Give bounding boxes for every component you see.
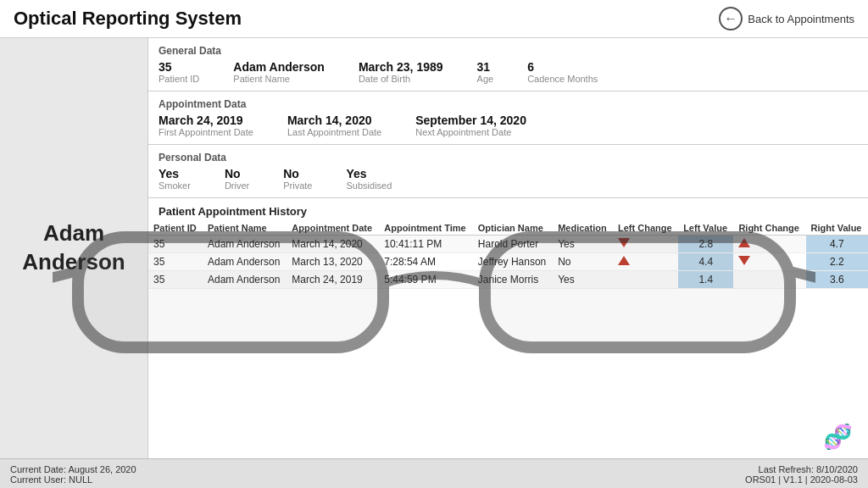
current-user-label: Current User: NULL xyxy=(10,474,136,485)
appointment-data-title: Appointment Data xyxy=(159,98,858,110)
col-patient-id: Patient ID xyxy=(148,221,203,236)
up-arrow-icon xyxy=(618,256,630,265)
cell-right-value: 4.7 xyxy=(806,236,868,253)
dob-label: Date of Birth xyxy=(359,74,443,84)
cell-appointment-date: March 24, 2019 xyxy=(287,271,379,289)
cell-right-value: 3.6 xyxy=(806,271,868,289)
personal-data-row: Yes Smoker No Driver No Private Yes Subs… xyxy=(159,167,858,191)
last-refresh-label: Last Refresh: 8/10/2020 xyxy=(745,464,858,474)
down-arrow-icon xyxy=(618,238,630,247)
cell-appointment-date: March 14, 2020 xyxy=(287,236,379,253)
footer-right: Last Refresh: 8/10/2020 ORS01 | V1.1 | 2… xyxy=(745,464,858,485)
patient-name-display: AdamAnderson xyxy=(22,219,125,277)
history-table-body: 35Adam AndersonMarch 14, 202010:41:11 PM… xyxy=(148,236,868,289)
cell-left-value: 1.4 xyxy=(678,271,733,289)
private-value: No xyxy=(283,167,312,180)
main-content: AdamAnderson General Data 35 Patient ID … xyxy=(0,38,868,458)
down-arrow-icon xyxy=(738,256,750,265)
footer-left: Current Date: August 26, 2020 Current Us… xyxy=(10,464,136,485)
back-button-label: Back to Appointments xyxy=(748,13,854,25)
driver-field: No Driver xyxy=(225,167,249,191)
subsidised-field: Yes Subsidised xyxy=(347,167,392,191)
cell-right-change xyxy=(733,271,805,289)
age-value: 31 xyxy=(477,60,494,74)
cadence-value: 6 xyxy=(527,60,598,74)
cell-appointment-time: 7:28:54 AM xyxy=(379,253,473,271)
smoker-field: Yes Smoker xyxy=(159,167,191,191)
table-row: 35Adam AndersonMarch 13, 20207:28:54 AMJ… xyxy=(148,253,868,271)
app-title: Optical Reporting System xyxy=(14,8,242,30)
cell-appointment-time: 5:44:59 PM xyxy=(379,271,473,289)
cell-patient-id: 35 xyxy=(148,271,203,289)
general-data-section: General Data 35 Patient ID Adam Anderson… xyxy=(148,38,868,92)
smoker-label: Smoker xyxy=(159,180,191,191)
cell-optician-name: Harold Porter xyxy=(473,236,553,253)
general-data-row: 35 Patient ID Adam Anderson Patient Name… xyxy=(159,60,858,84)
cell-left-value: 4.4 xyxy=(678,253,733,271)
patient-name-label: Patient Name xyxy=(233,74,325,84)
col-medication: Medication xyxy=(553,221,613,236)
private-field: No Private xyxy=(283,167,312,191)
cell-medication: Yes xyxy=(553,271,613,289)
dob-field: March 23, 1989 Date of Birth xyxy=(359,60,443,84)
patient-id-value: 35 xyxy=(159,60,199,74)
last-appointment-field: March 14, 2020 Last Appointment Date xyxy=(287,114,381,137)
patient-id-field: 35 Patient ID xyxy=(159,60,199,84)
driver-label: Driver xyxy=(225,180,249,191)
header: Optical Reporting System ← Back to Appoi… xyxy=(0,0,868,38)
cell-right-change xyxy=(733,253,805,271)
cell-appointment-date: March 13, 2020 xyxy=(287,253,379,271)
patient-id-label: Patient ID xyxy=(159,74,199,84)
table-row: 35Adam AndersonMarch 24, 20195:44:59 PMJ… xyxy=(148,271,868,289)
cadence-label: Cadence Months xyxy=(527,74,598,84)
footer: Current Date: August 26, 2020 Current Us… xyxy=(0,458,868,488)
last-appointment-label: Last Appointment Date xyxy=(287,127,381,137)
history-table: Patient ID Patient Name Appointment Date… xyxy=(148,221,868,289)
appointment-data-section: Appointment Data March 24, 2019 First Ap… xyxy=(148,92,868,145)
next-appointment-value: September 14, 2020 xyxy=(415,114,526,127)
table-row: 35Adam AndersonMarch 14, 202010:41:11 PM… xyxy=(148,236,868,253)
col-appointment-time: Appointment Time xyxy=(379,221,473,236)
info-panel: General Data 35 Patient ID Adam Anderson… xyxy=(148,38,868,458)
next-appointment-label: Next Appointment Date xyxy=(415,127,526,137)
cell-patient-id: 35 xyxy=(148,253,203,271)
general-data-title: General Data xyxy=(159,45,858,57)
first-appointment-label: First Appointment Date xyxy=(159,127,253,137)
cell-right-change xyxy=(733,236,805,253)
cell-patient-name: Adam Anderson xyxy=(203,271,287,289)
age-field: 31 Age xyxy=(477,60,494,84)
appointment-data-row: March 24, 2019 First Appointment Date Ma… xyxy=(159,114,858,137)
cell-optician-name: Jeffrey Hanson xyxy=(473,253,553,271)
col-right-change: Right Change xyxy=(733,221,805,236)
cell-appointment-time: 10:41:11 PM xyxy=(379,236,473,253)
table-header-row: Patient ID Patient Name Appointment Date… xyxy=(148,221,868,236)
col-optician-name: Optician Name xyxy=(473,221,553,236)
cell-left-change xyxy=(613,271,678,289)
col-left-change: Left Change xyxy=(613,221,678,236)
col-patient-name: Patient Name xyxy=(203,221,287,236)
driver-value: No xyxy=(225,167,249,180)
last-appointment-value: March 14, 2020 xyxy=(287,114,381,127)
cell-right-value: 2.2 xyxy=(806,253,868,271)
patient-name-panel: AdamAnderson xyxy=(0,38,148,458)
next-appointment-field: September 14, 2020 Next Appointment Date xyxy=(415,114,526,137)
back-icon: ← xyxy=(719,7,743,30)
col-right-value: Right Value xyxy=(806,221,868,236)
cell-left-change xyxy=(613,253,678,271)
cell-medication: Yes xyxy=(553,236,613,253)
personal-data-title: Personal Data xyxy=(159,152,858,164)
age-label: Age xyxy=(477,74,494,84)
back-to-appointments-button[interactable]: ← Back to Appointments xyxy=(719,7,854,30)
cell-patient-id: 35 xyxy=(148,236,203,253)
subsidised-value: Yes xyxy=(347,167,392,180)
personal-data-section: Personal Data Yes Smoker No Driver No Pr… xyxy=(148,145,868,198)
cadence-field: 6 Cadence Months xyxy=(527,60,598,84)
patient-name-field: Adam Anderson Patient Name xyxy=(233,60,325,84)
up-arrow-icon xyxy=(738,238,750,247)
history-title: Patient Appointment History xyxy=(148,203,868,221)
col-appointment-date: Appointment Date xyxy=(287,221,379,236)
cell-left-change xyxy=(613,236,678,253)
patient-name-value: Adam Anderson xyxy=(233,60,325,74)
col-left-value: Left Value xyxy=(678,221,733,236)
current-date-label: Current Date: August 26, 2020 xyxy=(10,464,136,474)
